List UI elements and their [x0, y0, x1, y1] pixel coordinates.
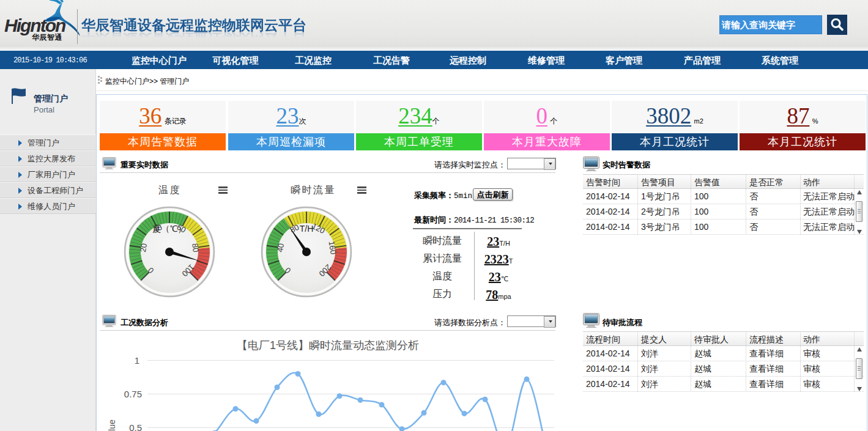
svg-text:T/H: T/H: [300, 224, 314, 234]
svg-text:度（℃）: 度（℃）: [153, 224, 187, 234]
svg-text:0.75: 0.75: [124, 389, 142, 399]
svg-text:20: 20: [138, 243, 149, 253]
svg-text:40: 40: [275, 243, 286, 253]
svg-text:0.5: 0.5: [129, 422, 142, 431]
svg-text:1: 1: [135, 355, 139, 366]
svg-text:80: 80: [190, 243, 201, 253]
svg-text:value: value: [107, 419, 117, 431]
